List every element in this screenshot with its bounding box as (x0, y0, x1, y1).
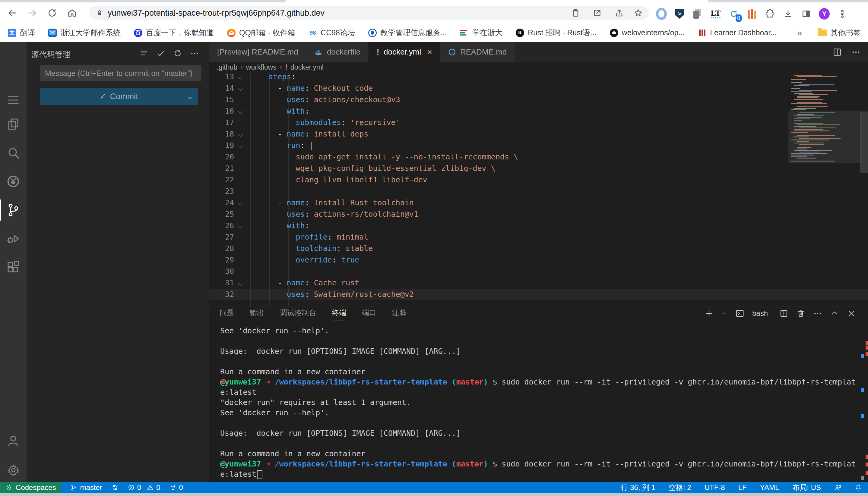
editor-tab-dockerfile[interactable]: dockerfile (306, 42, 369, 62)
command-decoration-idle-icon[interactable] (221, 461, 226, 466)
run-debug-icon[interactable] (0, 227, 27, 251)
code-line-28[interactable]: 28 toolchain: stable (209, 243, 868, 254)
breadcrumb-segment[interactable]: docker.yml (290, 63, 324, 72)
extensions-icon[interactable] (0, 255, 27, 279)
editor-tab-readme-md[interactable]: README.md (440, 42, 515, 62)
indentation[interactable]: 空格: 2 (669, 483, 691, 492)
home-button[interactable] (66, 6, 78, 19)
shell-label[interactable]: bash (752, 309, 768, 317)
bookmark-item[interactable]: 学在浙大 (460, 28, 503, 38)
code-line-23[interactable]: 23 (209, 186, 868, 197)
open-in-window-icon[interactable] (592, 8, 603, 18)
fold-chevron-icon[interactable] (238, 201, 243, 205)
github-icon[interactable] (0, 169, 27, 193)
code-line-18[interactable]: 18 - name: install deps (209, 128, 868, 140)
sidebar-toggle-icon[interactable] (801, 9, 812, 19)
sync-extension-icon[interactable]: 0 (728, 9, 739, 19)
fold-chevron-icon[interactable] (238, 223, 243, 229)
minimap-viewport[interactable] (788, 111, 861, 163)
code-line-29[interactable]: 29 override: true (209, 254, 868, 266)
address-bar[interactable]: yunwei37-potential-space-trout-rpr5qwj66… (89, 6, 649, 20)
split-terminal-icon[interactable] (779, 309, 788, 318)
code-line-16[interactable]: 16 with: (209, 106, 868, 117)
code-line-14[interactable]: 14 - name: Checkout code (209, 82, 868, 94)
fold-chevron-icon[interactable] (238, 132, 243, 137)
fold-chevron-icon[interactable] (238, 109, 243, 114)
reload-button[interactable] (46, 6, 59, 19)
breadcrumb-segment[interactable]: .github (216, 63, 237, 72)
close-tab-icon[interactable]: × (427, 47, 432, 57)
commit-check-icon[interactable] (156, 49, 165, 58)
explorer-icon[interactable] (0, 112, 27, 136)
panel-tab-调试控制台[interactable]: 调试控制台 (280, 308, 316, 319)
panel-tab-输出[interactable]: 输出 (250, 308, 264, 319)
more-actions-icon[interactable] (190, 49, 199, 58)
code-line-31[interactable]: 31 - name: Cache rust (209, 277, 868, 289)
editor-tab-docker-yml[interactable]: !docker.yml× (369, 42, 440, 62)
editor-tab--preview-readme-md[interactable]: [Preview] README.md (209, 42, 306, 62)
code-line-26[interactable]: 26 with: (209, 220, 868, 231)
downloads-icon[interactable] (783, 9, 793, 19)
panel-tab-注释[interactable]: 注释 (392, 308, 406, 319)
ports-indicator[interactable]: 0 (169, 483, 183, 492)
maximize-panel-icon[interactable] (830, 309, 839, 318)
other-bookmarks[interactable]: 其他书签 (818, 28, 861, 38)
bookmark-item[interactable]: 文翻译 (8, 28, 35, 38)
panel-tab-问题[interactable]: 问题 (220, 308, 234, 319)
commit-dropdown-chevron[interactable]: ⌄ (187, 92, 193, 100)
bookmark-item[interactable]: 98CC98论坛 (309, 28, 355, 38)
code-editor[interactable]: 13 steps:14 - name: Checkout code15 uses… (209, 73, 868, 306)
cursor-position[interactable]: 行 36, 列 1 (621, 483, 655, 492)
extension-copies-icon[interactable] (692, 9, 703, 19)
puzzle-extensions-icon[interactable] (765, 9, 775, 19)
code-line-19[interactable]: 19 run: | (209, 140, 868, 151)
commit-button[interactable]: ✓ Commit ⌄ (40, 88, 198, 105)
bookmark-star-icon[interactable] (633, 8, 644, 18)
account-icon[interactable] (0, 429, 27, 453)
share-icon[interactable] (614, 8, 624, 18)
view-as-list-icon[interactable] (139, 49, 148, 58)
back-button[interactable] (6, 6, 19, 19)
extension-ring-icon[interactable] (656, 9, 667, 19)
terminal-dropdown-icon[interactable] (721, 309, 728, 318)
bookmark-item[interactable]: weloveinterns/op... (610, 28, 685, 37)
terminal-output[interactable]: See 'docker run --help'.Usage: docker ru… (209, 320, 868, 482)
code-line-20[interactable]: 20 sudo apt-get install -y --no-install-… (209, 151, 868, 163)
code-line-30[interactable]: 30 (209, 266, 868, 277)
code-line-32[interactable]: 32 uses: Swatinem/rust-cache@v2 (209, 289, 868, 300)
code-line-27[interactable]: 27 profile: minimal (209, 231, 868, 243)
bookmark-item[interactable]: 教学管理信息服务... (368, 28, 447, 38)
bookmark-item[interactable]: 浙江大学邮件系统 (48, 28, 121, 38)
command-decoration-error-icon[interactable]: × (221, 379, 226, 384)
breadcrumb[interactable]: .github›workflows›!docker.yml (209, 62, 868, 73)
media-controls-icon[interactable] (571, 8, 581, 18)
panel-more-icon[interactable] (813, 309, 822, 318)
eol-sequence[interactable]: LF (738, 483, 747, 492)
panel-tab-端口[interactable]: 端口 (362, 308, 376, 319)
bookmarks-overflow-chevron[interactable]: » (797, 28, 802, 38)
split-editor-icon[interactable] (833, 47, 842, 57)
browser-menu-icon[interactable] (837, 9, 848, 19)
kill-terminal-icon[interactable] (796, 309, 805, 318)
code-line-25[interactable]: 25 uses: actions-rs/toolchain@v1 (209, 208, 868, 220)
code-line-17[interactable]: 17 submodules: 'recursive' (209, 117, 868, 128)
code-line-21[interactable]: 21 wget pkg-config build-essential zlib1… (209, 163, 868, 174)
problems-indicator[interactable]: 0 0 (128, 483, 161, 492)
editor-scrollbar-thumb[interactable] (860, 111, 868, 173)
code-line-24[interactable]: 24 - name: Install Rust toolchain (209, 197, 868, 208)
sync-status[interactable] (111, 484, 119, 491)
bookmark-item[interactable]: Learner Dashboar... (698, 28, 777, 37)
notifications-bell-icon[interactable] (855, 484, 862, 491)
fold-chevron-icon[interactable] (238, 281, 243, 286)
fold-chevron-icon[interactable] (238, 75, 243, 80)
fold-chevron-icon[interactable] (238, 143, 243, 148)
new-terminal-icon[interactable] (705, 309, 714, 318)
close-panel-icon[interactable] (847, 309, 856, 318)
pencils-extension-icon[interactable] (746, 9, 757, 19)
refresh-icon[interactable] (173, 49, 182, 58)
remote-indicator[interactable]: Codespaces (0, 482, 61, 493)
profile-avatar[interactable]: Y (819, 9, 830, 19)
editor-more-icon[interactable] (851, 47, 861, 57)
source-control-icon[interactable] (0, 198, 27, 222)
bookmark-item[interactable]: QQ邮箱 - 收件箱 (227, 28, 295, 38)
